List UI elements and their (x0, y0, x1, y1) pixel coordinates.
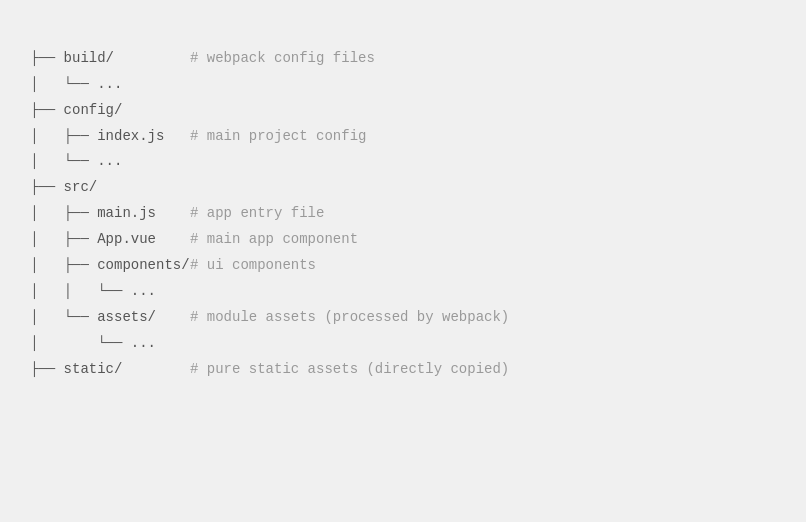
tree-comment: # module assets (processed by webpack) (190, 305, 509, 331)
tree-row: │ └── ... (30, 331, 776, 357)
tree-comment: # app entry file (190, 201, 324, 227)
tree-prefix: │ └── ... (30, 72, 190, 98)
tree-row: ├── build/ # webpack config files (30, 46, 776, 72)
tree-row: ├── config/ (30, 98, 776, 124)
tree-prefix: │ └── ... (30, 331, 190, 357)
tree-prefix: ├── static/ (30, 357, 190, 383)
tree-prefix: │ └── ... (30, 149, 190, 175)
tree-prefix: │ ├── components/ (30, 253, 190, 279)
tree-row: │ └── assets/ # module assets (processed… (30, 305, 776, 331)
tree-row: │ └── ... (30, 72, 776, 98)
tree-prefix: ├── src/ (30, 175, 190, 201)
tree-row: │ ├── App.vue # main app component (30, 227, 776, 253)
tree-prefix: ├── build/ (30, 46, 190, 72)
tree-row: │ │ └── ... (30, 279, 776, 305)
tree-row: ├── src/ (30, 175, 776, 201)
tree-comment: # pure static assets (directly copied) (190, 357, 509, 383)
tree-row: │ ├── components/ # ui components (30, 253, 776, 279)
tree-prefix: │ ├── index.js (30, 124, 190, 150)
tree-comment: # webpack config files (190, 46, 375, 72)
tree-comment: # main app component (190, 227, 358, 253)
tree-prefix: │ ├── App.vue (30, 227, 190, 253)
directory-tree: ├── build/ # webpack config files│ └── .… (30, 20, 776, 382)
tree-prefix: │ └── assets/ (30, 305, 190, 331)
tree-row: │ ├── index.js # main project config (30, 124, 776, 150)
tree-prefix: ├── config/ (30, 98, 190, 124)
tree-row: │ ├── main.js # app entry file (30, 201, 776, 227)
tree-row: ├── static/ # pure static assets (direct… (30, 357, 776, 383)
tree-comment: # main project config (190, 124, 366, 150)
tree-row: │ └── ... (30, 149, 776, 175)
tree-prefix: │ │ └── ... (30, 279, 190, 305)
tree-prefix: │ ├── main.js (30, 201, 190, 227)
tree-comment: # ui components (190, 253, 316, 279)
